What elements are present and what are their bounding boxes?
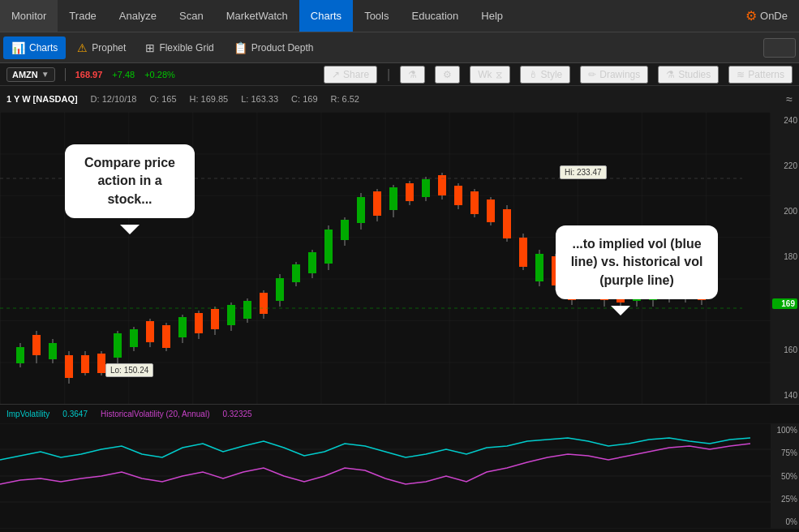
- top-navigation: Monitor Trade Analyze Scan MarketWatch C…: [0, 0, 799, 32]
- toolbar-charts[interactable]: 📊 Charts: [3, 36, 66, 59]
- svg-rect-36: [292, 264, 300, 282]
- hi-label: Hi: 233.47: [560, 165, 607, 179]
- flask-icon: ⚗: [408, 69, 417, 80]
- vol-pct-axis: 100% 75% 50% 25% 0%: [771, 423, 799, 529]
- nav-scan[interactable]: Scan: [168, 0, 215, 32]
- svg-rect-66: [535, 254, 543, 281]
- svg-rect-26: [211, 309, 219, 329]
- svg-rect-4: [32, 335, 41, 355]
- toolbar-flexible-grid[interactable]: ⊞ Flexible Grid: [137, 36, 221, 59]
- share-button[interactable]: ↗ Share: [324, 66, 377, 84]
- nav-monitor[interactable]: Monitor: [0, 0, 58, 32]
- svg-rect-34: [276, 278, 284, 301]
- chart-open: O: 165: [149, 94, 176, 104]
- svg-rect-12: [97, 354, 105, 373]
- brand-name: OnDe: [760, 10, 788, 22]
- gear-icon: ⚙: [443, 69, 452, 80]
- studies-btn[interactable]: ⚗ Studies: [658, 66, 719, 84]
- studies-icon-btn[interactable]: ⚗: [400, 66, 425, 84]
- nav-tools[interactable]: Tools: [353, 0, 400, 32]
- pct-50: 50%: [772, 472, 797, 481]
- chart-low: L: 163.33: [241, 94, 278, 104]
- studies-label: Studies: [678, 69, 711, 80]
- prophet-icon: ⚠: [77, 41, 88, 54]
- price-160: 160: [772, 345, 797, 354]
- patterns-label: Patterns: [748, 69, 784, 80]
- price-140: 140: [772, 391, 797, 400]
- speech-bubble-1: Compare price action in a stock...: [65, 144, 195, 218]
- nav-help[interactable]: Help: [470, 0, 514, 32]
- style-btn[interactable]: 🕯 Style: [520, 66, 571, 84]
- svg-rect-42: [341, 220, 349, 240]
- patterns-icon: ≋: [737, 69, 745, 80]
- price-220: 220: [772, 161, 797, 170]
- share-icon: ↗: [332, 69, 340, 80]
- divider1: [65, 68, 66, 81]
- svg-rect-18: [146, 321, 154, 342]
- style-icon: 🕯: [528, 69, 538, 80]
- ticker-input-container[interactable]: AMZN ▼: [6, 67, 55, 82]
- imp-vol-label: ImpVolatility: [6, 410, 49, 418]
- price-change-pct: +0.28%: [144, 70, 175, 79]
- drawings-label: Drawings: [599, 69, 640, 80]
- svg-rect-32: [260, 293, 268, 314]
- nav-analyze[interactable]: Analyze: [108, 0, 168, 32]
- lo-label: Lo: 150.24: [105, 363, 153, 377]
- svg-rect-52: [422, 179, 430, 197]
- depth-icon: 📋: [234, 41, 247, 54]
- nav-marketwatch[interactable]: MarketWatch: [215, 0, 299, 32]
- chart-info-bar: 1 Y W [NASDAQ] D: 12/10/18 O: 165 H: 169…: [0, 86, 799, 112]
- imp-vol-value: 0.3647: [62, 410, 88, 418]
- drawings-btn[interactable]: ✏ Drawings: [580, 66, 648, 84]
- volatility-svg: [0, 423, 771, 529]
- svg-rect-2: [16, 347, 24, 363]
- ticker-dropdown-icon: ▼: [41, 70, 49, 79]
- main-price-chart[interactable]: 240 220 200 180 169 160 140: [0, 112, 799, 404]
- svg-rect-6: [49, 343, 57, 359]
- nav-trade[interactable]: Trade: [58, 0, 107, 32]
- timeframe-icon: ⧖: [496, 69, 502, 80]
- chart-date: D: 12/10/18: [91, 94, 137, 104]
- grid-icon: ⊞: [145, 41, 155, 54]
- volatility-chart[interactable]: 100% 75% 50% 25% 0%: [0, 423, 799, 529]
- chart-range: R: 6.52: [331, 94, 359, 104]
- price-change: +7.48: [112, 70, 135, 79]
- nav-education[interactable]: Education: [400, 0, 470, 32]
- svg-rect-24: [195, 313, 203, 333]
- svg-rect-10: [81, 355, 89, 373]
- svg-rect-22: [178, 317, 187, 337]
- toolbar-prophet-label: Prophet: [92, 42, 126, 54]
- toolbar-grid-label: Flexible Grid: [159, 42, 213, 54]
- toolbar-widget[interactable]: [763, 38, 796, 58]
- chart-high: H: 169.85: [190, 94, 229, 104]
- price-current: 168.97: [75, 70, 103, 79]
- timeframe-btn[interactable]: Wk ⧖: [470, 66, 509, 84]
- toolbar-charts-label: Charts: [29, 42, 58, 54]
- price-200: 200: [772, 207, 797, 216]
- price-240: 240: [772, 116, 797, 125]
- svg-rect-14: [114, 333, 122, 358]
- svg-rect-50: [406, 183, 414, 201]
- charts-icon: 📊: [11, 41, 25, 54]
- speech-bubble-2: ...to implied vol (blue line) vs. histor…: [556, 225, 718, 299]
- toolbar-product-depth[interactable]: 📋 Product Depth: [226, 36, 322, 59]
- volatility-header: ImpVolatility 0.3647 HistoricalVolatilit…: [0, 404, 799, 423]
- svg-rect-44: [357, 197, 365, 223]
- svg-rect-56: [454, 186, 462, 205]
- svg-rect-62: [503, 209, 511, 238]
- svg-rect-48: [389, 187, 397, 210]
- patterns-btn[interactable]: ≋ Patterns: [728, 66, 793, 84]
- settings-btn[interactable]: ⚙: [435, 66, 460, 84]
- timeframe-label: Wk: [478, 69, 492, 80]
- chart-close: C: 169: [291, 94, 317, 104]
- ticker-value: AMZN: [12, 70, 38, 79]
- share-label: Share: [343, 69, 369, 80]
- nav-charts[interactable]: Charts: [299, 0, 353, 32]
- pct-100: 100%: [772, 426, 797, 435]
- toolbar-prophet[interactable]: ⚠ Prophet: [69, 36, 134, 59]
- scroll-icon[interactable]: ≈: [786, 92, 793, 105]
- div1: |: [387, 67, 390, 82]
- svg-rect-20: [162, 325, 170, 348]
- pct-75: 75%: [772, 448, 797, 457]
- price-current-label: 169: [772, 298, 797, 309]
